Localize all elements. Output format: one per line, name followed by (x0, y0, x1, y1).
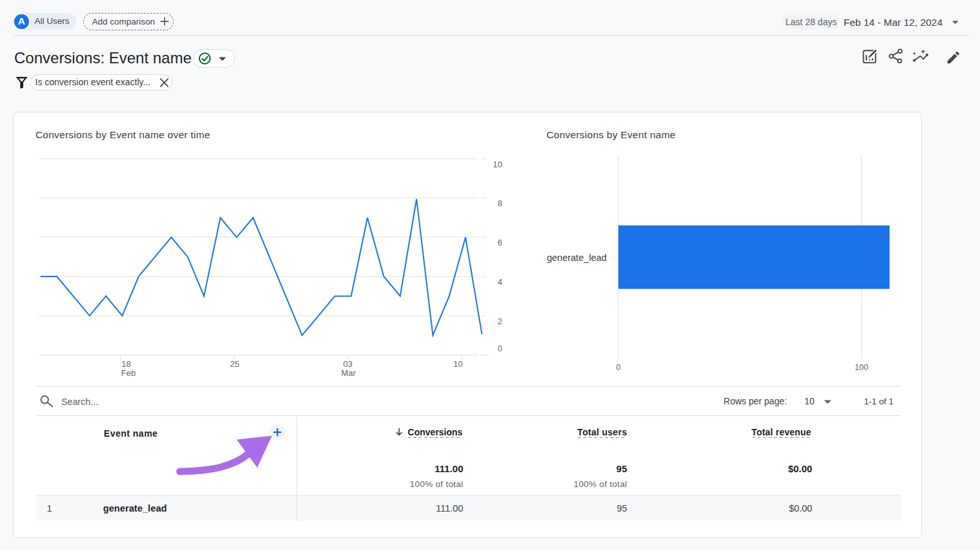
svg-text:0: 0 (498, 344, 502, 353)
svg-text:0: 0 (616, 363, 620, 372)
svg-text:4: 4 (498, 277, 502, 287)
svg-text:03: 03 (343, 359, 352, 369)
svg-text:10: 10 (493, 160, 502, 169)
svg-text:generate_lead: generate_lead (547, 253, 607, 263)
svg-text:10: 10 (453, 359, 462, 369)
svg-text:25: 25 (230, 359, 239, 369)
svg-text:Feb: Feb (121, 368, 136, 378)
svg-text:18: 18 (121, 359, 130, 369)
svg-text:Mar: Mar (342, 368, 356, 378)
svg-text:6: 6 (498, 238, 502, 247)
svg-text:8: 8 (498, 198, 502, 208)
svg-text:2: 2 (498, 317, 502, 326)
svg-text:100: 100 (855, 363, 868, 372)
